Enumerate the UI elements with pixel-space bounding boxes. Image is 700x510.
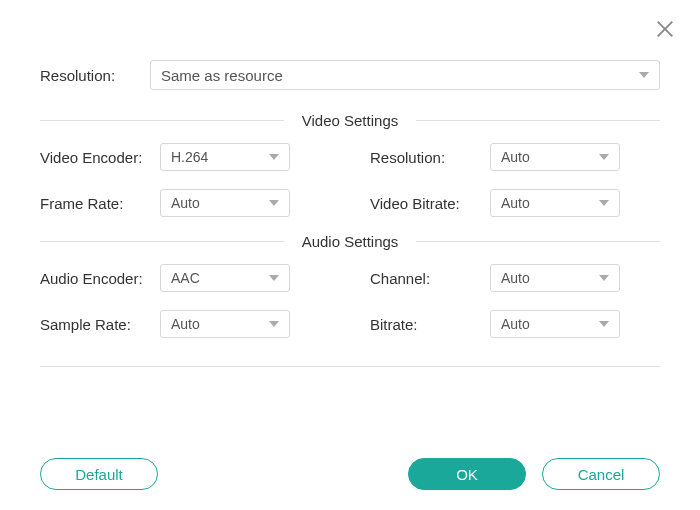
settings-dialog: Resolution: Same as resource Video Setti… — [0, 0, 700, 510]
top-resolution-value: Same as resource — [161, 67, 283, 84]
close-icon[interactable] — [654, 18, 676, 40]
chevron-down-icon — [599, 275, 609, 281]
audio-settings-grid: Audio Encoder: AAC Channel: Auto Sample … — [40, 264, 660, 338]
channel-value: Auto — [501, 270, 530, 286]
video-encoder-label: Video Encoder: — [40, 149, 160, 166]
video-bitrate-value: Auto — [501, 195, 530, 211]
ok-button[interactable]: OK — [408, 458, 526, 490]
channel-label: Channel: — [370, 270, 490, 287]
video-encoder-select[interactable]: H.264 — [160, 143, 290, 171]
chevron-down-icon — [269, 154, 279, 160]
video-section-title: Video Settings — [284, 112, 416, 129]
audio-encoder-value: AAC — [171, 270, 200, 286]
default-button[interactable]: Default — [40, 458, 158, 490]
footer-divider — [40, 366, 660, 367]
footer: Default OK Cancel — [40, 458, 660, 490]
chevron-down-icon — [639, 72, 649, 78]
video-encoder-value: H.264 — [171, 149, 208, 165]
video-resolution-value: Auto — [501, 149, 530, 165]
chevron-down-icon — [269, 275, 279, 281]
chevron-down-icon — [599, 154, 609, 160]
chevron-down-icon — [269, 321, 279, 327]
video-resolution-select[interactable]: Auto — [490, 143, 620, 171]
top-resolution-row: Resolution: Same as resource — [40, 60, 660, 90]
frame-rate-select[interactable]: Auto — [160, 189, 290, 217]
audio-bitrate-label: Bitrate: — [370, 316, 490, 333]
video-bitrate-select[interactable]: Auto — [490, 189, 620, 217]
cancel-button[interactable]: Cancel — [542, 458, 660, 490]
video-section-header: Video Settings — [40, 112, 660, 129]
chevron-down-icon — [599, 321, 609, 327]
sample-rate-label: Sample Rate: — [40, 316, 160, 333]
video-resolution-label: Resolution: — [370, 149, 490, 166]
chevron-down-icon — [269, 200, 279, 206]
frame-rate-value: Auto — [171, 195, 200, 211]
frame-rate-label: Frame Rate: — [40, 195, 160, 212]
video-settings-grid: Video Encoder: H.264 Resolution: Auto Fr… — [40, 143, 660, 217]
top-resolution-select[interactable]: Same as resource — [150, 60, 660, 90]
sample-rate-value: Auto — [171, 316, 200, 332]
channel-select[interactable]: Auto — [490, 264, 620, 292]
audio-bitrate-value: Auto — [501, 316, 530, 332]
audio-section-title: Audio Settings — [284, 233, 417, 250]
top-resolution-label: Resolution: — [40, 67, 140, 84]
video-bitrate-label: Video Bitrate: — [370, 195, 490, 212]
audio-encoder-label: Audio Encoder: — [40, 270, 160, 287]
audio-section-header: Audio Settings — [40, 233, 660, 250]
sample-rate-select[interactable]: Auto — [160, 310, 290, 338]
audio-bitrate-select[interactable]: Auto — [490, 310, 620, 338]
chevron-down-icon — [599, 200, 609, 206]
audio-encoder-select[interactable]: AAC — [160, 264, 290, 292]
